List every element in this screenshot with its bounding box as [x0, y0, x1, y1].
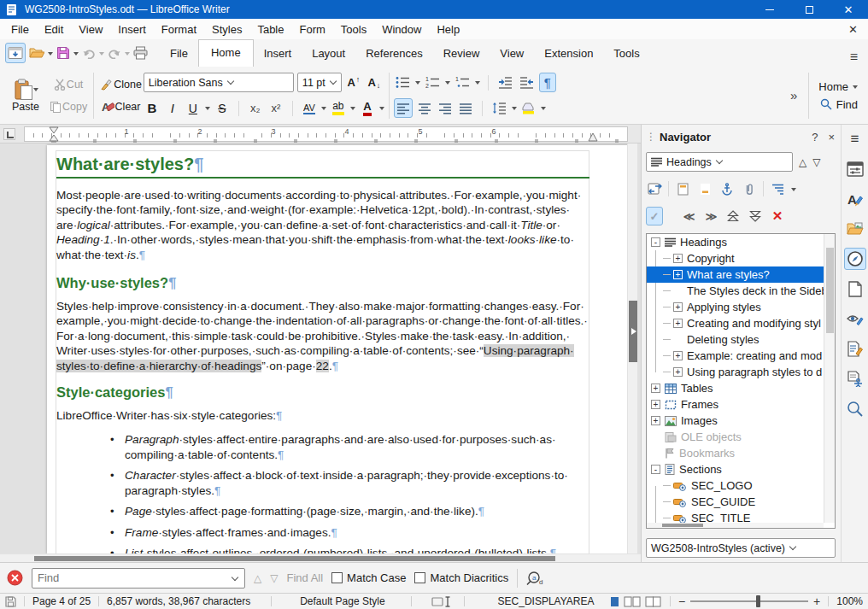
sidebar-tab-navigator[interactable] [844, 248, 866, 270]
menu-form[interactable]: Form [291, 20, 332, 38]
checkbox-icon[interactable] [414, 572, 425, 583]
multi-page-view-button[interactable] [624, 596, 641, 607]
clear-formatting-button[interactable]: A Clear [98, 97, 144, 116]
tab-extension[interactable]: Extension [534, 41, 603, 67]
book-view-button[interactable] [645, 596, 662, 607]
highlight-color-caret[interactable] [350, 107, 355, 113]
strikethrough-button[interactable]: S [214, 98, 231, 118]
font-name-combobox[interactable]: Liberation Sans [144, 73, 294, 92]
decrease-indent-button[interactable] [518, 73, 536, 92]
move-chapter-up-button[interactable] [724, 207, 742, 225]
page-number-field[interactable]: 22 [316, 360, 329, 372]
font-color-button[interactable]: A [359, 98, 376, 118]
sidebar-tab-styles[interactable]: A [844, 188, 866, 210]
expander-icon[interactable]: + [673, 270, 683, 279]
minimize-button[interactable] [750, 0, 789, 19]
zoom-slider-thumb[interactable] [756, 595, 760, 607]
document-vertical-scrollbar[interactable] [627, 143, 637, 553]
promote-level-button[interactable]: ≪ [680, 207, 697, 225]
decrease-font-size-button[interactable]: A↓ [366, 73, 383, 92]
page-count-field[interactable]: Page 4 of 25 [32, 595, 91, 607]
match-diacritics-checkbox[interactable]: Match Diacritics [414, 571, 508, 584]
menu-edit[interactable]: Edit [37, 20, 71, 38]
menu-view[interactable]: View [71, 20, 110, 38]
maximize-button[interactable] [789, 0, 829, 19]
panel-grip-icon[interactable]: ⋮ [646, 131, 655, 143]
bold-button[interactable]: B [144, 98, 161, 118]
previous-item-button[interactable]: △ [799, 156, 806, 168]
menu-table[interactable]: Table [249, 20, 291, 38]
save-status-icon[interactable] [5, 596, 16, 607]
find-history-dropdown-icon[interactable] [232, 573, 238, 580]
tree-item-sec-guide[interactable]: SEC_GUIDE [647, 494, 824, 510]
expander-icon[interactable]: + [673, 254, 683, 263]
print-button[interactable] [132, 43, 150, 63]
navigator-close-button[interactable]: × [828, 131, 835, 143]
tab-view[interactable]: View [490, 41, 534, 67]
sidebar-tab-accessibility-check[interactable] [844, 367, 866, 389]
tree-item-sections[interactable]: -Sections [647, 461, 824, 477]
next-item-button[interactable]: ▽ [812, 156, 820, 168]
font-size-dropdown-icon[interactable] [329, 78, 336, 85]
open-dropdown-caret[interactable] [48, 52, 53, 58]
find-bar-close-button[interactable] [7, 570, 23, 586]
navigator-help-button[interactable]: ? [812, 131, 818, 143]
navigate-by-dropdown-icon[interactable] [716, 157, 723, 164]
character-spacing-caret[interactable] [321, 107, 326, 113]
tree-item-example-creating[interactable]: +Example: creating and mod [647, 348, 824, 364]
tree-item-sec-logo[interactable]: SEC_LOGO [647, 477, 824, 494]
navigate-by-combobox[interactable]: Headings [646, 152, 793, 172]
document-selector-combobox[interactable]: WG2508-IntroStyles (active) [646, 538, 836, 558]
line-spacing-caret[interactable] [512, 107, 517, 113]
tree-item-using-paragraph-styles[interactable]: +Using paragraph styles to d [647, 364, 824, 380]
menu-tools[interactable]: Tools [333, 20, 374, 38]
line-spacing-button[interactable] [490, 98, 508, 118]
horizontal-scrollbar-thumb[interactable] [34, 556, 555, 561]
menu-format[interactable]: Format [154, 20, 204, 38]
toolbar-overflow-button[interactable]: » [790, 88, 795, 102]
tree-item-applying-styles[interactable]: +Applying styles [647, 299, 824, 315]
close-document-icon[interactable]: ✕ [848, 23, 865, 36]
tree-item-copyright[interactable]: +Copyright [647, 250, 824, 266]
document-page[interactable]: What·​are·​styles?¶ Most·​people·​are·​u… [47, 145, 630, 553]
expander-icon[interactable]: - [651, 465, 660, 474]
sidebar-settings-button[interactable]: ≡ [844, 128, 866, 150]
content-navigation-view-button[interactable]: ✓ [646, 207, 663, 225]
tree-item-creating-modifying[interactable]: +Creating and modifying styl [647, 315, 824, 331]
align-center-button[interactable] [416, 98, 433, 118]
font-color-caret[interactable] [379, 107, 384, 113]
find-and-replace-button[interactable]: ad [526, 571, 545, 586]
move-chapter-down-button[interactable] [747, 207, 764, 225]
align-left-button[interactable] [394, 98, 413, 118]
italic-button[interactable]: I [164, 98, 181, 118]
menu-window[interactable]: Window [374, 20, 429, 38]
tab-tools[interactable]: Tools [603, 41, 649, 67]
menu-help[interactable]: Help [429, 20, 467, 38]
zoom-out-icon[interactable]: − [678, 594, 685, 608]
tree-item-deleting-styles[interactable]: Deleting styles [647, 331, 824, 348]
outline-list-button[interactable]: 1 [454, 73, 472, 92]
page-style-field[interactable]: Default Page Style [300, 595, 384, 607]
expander-icon[interactable]: + [651, 384, 660, 393]
header-button[interactable] [674, 179, 691, 198]
expander-icon[interactable]: + [673, 367, 683, 377]
underline-button[interactable]: U [185, 98, 202, 118]
expander-icon[interactable]: + [673, 351, 683, 360]
sidebar-tab-page[interactable] [844, 278, 866, 300]
find-input-combobox[interactable] [32, 568, 245, 589]
checkbox-icon[interactable] [331, 572, 343, 583]
menu-styles[interactable]: Styles [204, 20, 249, 38]
sidebar-collapse-arrow-icon[interactable] [631, 328, 640, 335]
document-horizontal-scrollbar[interactable] [0, 553, 641, 562]
match-case-checkbox[interactable]: Match Case [331, 571, 406, 584]
tree-item-headings[interactable]: -Headings [647, 234, 824, 250]
expander-icon[interactable]: + [673, 302, 683, 312]
set-reminder-button[interactable] [741, 179, 758, 198]
left-indent-marker[interactable] [49, 126, 59, 142]
find-input[interactable] [32, 570, 232, 587]
tab-stop-selector-icon[interactable] [3, 128, 15, 140]
tab-review[interactable]: Review [433, 41, 490, 67]
close-button[interactable]: ✕ [829, 0, 868, 19]
word-count-field[interactable]: 6,857 words, 38,967 characters [107, 595, 250, 607]
anchor-text-button[interactable] [718, 179, 736, 198]
